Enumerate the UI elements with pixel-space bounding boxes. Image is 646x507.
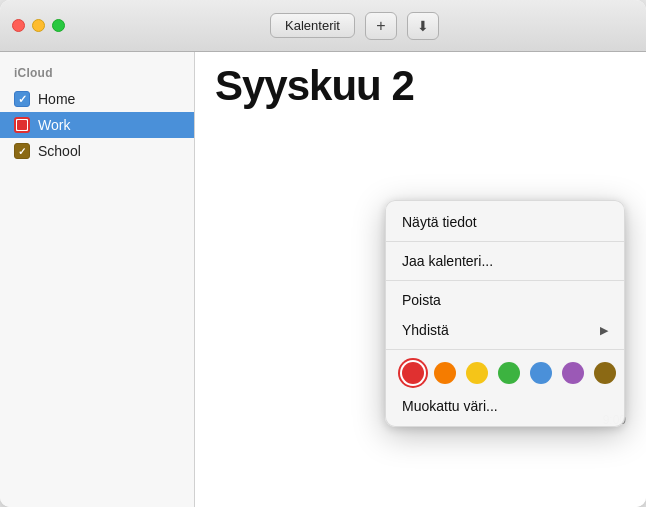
sidebar-label-school: School — [38, 143, 81, 159]
menu-item-share[interactable]: Jaa kalenteri... — [386, 246, 624, 276]
sidebar-label-work: Work — [38, 117, 70, 133]
menu-separator-2 — [386, 280, 624, 281]
menu-item-custom-color[interactable]: Muokattu väri... — [386, 392, 624, 420]
checkbox-school[interactable]: ✓ — [14, 143, 30, 159]
sidebar-item-school[interactable]: ✓ School — [0, 138, 194, 164]
export-icon: ⬇ — [417, 18, 429, 34]
menu-item-merge[interactable]: Yhdistä ▶ — [386, 315, 624, 345]
context-menu: Näytä tiedot Jaa kalenteri... Poista Yhd… — [385, 200, 625, 427]
menu-separator-3 — [386, 349, 624, 350]
sidebar-label-home: Home — [38, 91, 75, 107]
color-green[interactable] — [498, 362, 520, 384]
checkbox-home[interactable]: ✓ — [14, 91, 30, 107]
main-content: iCloud ✓ Home Work ✓ School Syyskuu 2 9:… — [0, 52, 646, 507]
checkbox-work[interactable] — [14, 117, 30, 133]
color-purple[interactable] — [562, 362, 584, 384]
sidebar-item-work[interactable]: Work — [0, 112, 194, 138]
sidebar-section-icloud: iCloud — [0, 66, 194, 86]
add-calendar-button[interactable]: + — [365, 12, 397, 40]
menu-item-merge-label: Yhdistä — [402, 322, 449, 338]
month-title: Syyskuu 2 — [195, 52, 646, 120]
color-orange[interactable] — [434, 362, 456, 384]
menu-item-show-info[interactable]: Näytä tiedot — [386, 207, 624, 237]
color-blue[interactable] — [530, 362, 552, 384]
menu-item-share-label: Jaa kalenteri... — [402, 253, 493, 269]
submenu-arrow-icon: ▶ — [600, 324, 608, 337]
color-yellow[interactable] — [466, 362, 488, 384]
export-button[interactable]: ⬇ — [407, 12, 439, 40]
custom-color-label: Muokattu väri... — [402, 398, 498, 414]
main-window: Kalenterit + ⬇ iCloud ✓ Home Work — [0, 0, 646, 507]
close-button[interactable] — [12, 19, 25, 32]
titlebar: Kalenterit + ⬇ — [0, 0, 646, 52]
menu-item-delete[interactable]: Poista — [386, 285, 624, 315]
traffic-lights — [12, 19, 65, 32]
menu-item-delete-label: Poista — [402, 292, 441, 308]
add-icon: + — [376, 17, 385, 35]
calendars-label: Kalenterit — [285, 18, 340, 33]
minimize-button[interactable] — [32, 19, 45, 32]
sidebar-item-home[interactable]: ✓ Home — [0, 86, 194, 112]
menu-separator-1 — [386, 241, 624, 242]
color-red[interactable] — [402, 362, 424, 384]
sidebar: iCloud ✓ Home Work ✓ School — [0, 52, 195, 507]
calendar-area: Syyskuu 2 9:00 Näytä tiedot Jaa kalenter… — [195, 52, 646, 507]
maximize-button[interactable] — [52, 19, 65, 32]
color-picker-row — [386, 354, 624, 392]
color-brown[interactable] — [594, 362, 616, 384]
calendars-button[interactable]: Kalenterit — [270, 13, 355, 38]
menu-item-show-info-label: Näytä tiedot — [402, 214, 477, 230]
